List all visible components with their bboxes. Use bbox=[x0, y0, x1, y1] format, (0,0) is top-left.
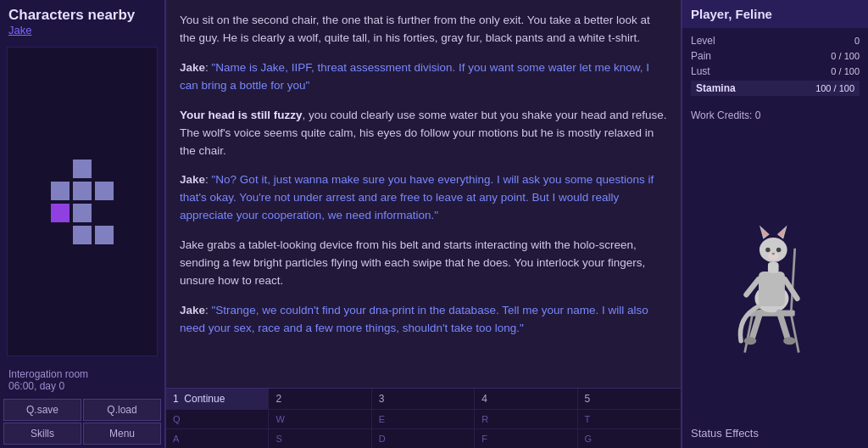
svg-point-19 bbox=[776, 248, 780, 252]
hotkey-s: S bbox=[269, 429, 371, 448]
story-text[interactable]: You sit on the second chair, the one tha… bbox=[166, 0, 681, 388]
pain-row: Pain 0 / 100 bbox=[691, 50, 860, 62]
lust-label: Lust bbox=[691, 65, 742, 77]
status-effects-label: Status Effects bbox=[682, 422, 868, 448]
story-paragraph-3: Your head is still fuzzy, you could clea… bbox=[180, 107, 667, 160]
choice-1-number: 1 bbox=[173, 393, 179, 405]
map-cell bbox=[73, 160, 92, 178]
svg-rect-12 bbox=[767, 262, 778, 273]
svg-point-8 bbox=[783, 337, 796, 344]
choice-3-number: 3 bbox=[379, 393, 385, 405]
map-cell bbox=[95, 204, 114, 222]
room-name: Interogation room bbox=[8, 368, 156, 380]
map-cell bbox=[95, 182, 114, 200]
colon-2: : bbox=[205, 173, 212, 186]
map-cell bbox=[51, 226, 70, 244]
bottom-buttons: Q.save Q.load Skills Menu bbox=[0, 397, 164, 448]
speaker-jake-3: Jake bbox=[180, 304, 205, 316]
map-cell bbox=[95, 226, 114, 244]
qsave-button[interactable]: Q.save bbox=[3, 399, 81, 421]
right-panel: Player, Feline Level 0 Pain 0 / 100 Lust… bbox=[682, 0, 868, 448]
story-paragraph-2: Jake: "Name is Jake, IIPF, threat assess… bbox=[180, 59, 667, 95]
hotkey-row-1: Q W E R T bbox=[166, 410, 681, 429]
choice-4-number: 4 bbox=[481, 393, 487, 405]
map-area bbox=[7, 47, 158, 356]
stamina-value: 100 / 100 bbox=[815, 83, 854, 93]
skills-button[interactable]: Skills bbox=[3, 423, 81, 445]
speaker-jake-1: Jake bbox=[180, 61, 205, 74]
choice-1-label: Continue bbox=[184, 393, 225, 405]
svg-line-2 bbox=[791, 249, 795, 314]
hotkey-r: R bbox=[475, 410, 577, 428]
center-panel: You sit on the second chair, the one tha… bbox=[165, 0, 682, 448]
jake-speech-2: "No? Got it, just wanna make sure you ha… bbox=[180, 173, 654, 221]
stamina-label: Stamina bbox=[696, 82, 736, 94]
time-display: 06:00, day 0 bbox=[8, 380, 156, 392]
map-grid bbox=[51, 160, 114, 244]
svg-rect-9 bbox=[759, 272, 785, 306]
map-cell bbox=[51, 182, 70, 200]
hotkey-g: G bbox=[578, 429, 681, 448]
pain-value: 0 / 100 bbox=[831, 51, 860, 61]
map-cell bbox=[73, 182, 92, 200]
lust-row: Lust 0 / 100 bbox=[691, 65, 860, 77]
narration-text: You sit on the second chair, the one tha… bbox=[180, 14, 650, 44]
choice-2-number: 2 bbox=[275, 393, 281, 405]
map-cell bbox=[95, 160, 114, 178]
story-paragraph-6: Jake: "Strange, we couldn't find your dn… bbox=[180, 302, 667, 338]
level-label: Level bbox=[691, 35, 742, 47]
player-name: Player, Feline bbox=[691, 7, 860, 21]
choice-4[interactable]: 4 bbox=[475, 389, 577, 409]
hotkey-d: D bbox=[372, 429, 475, 448]
jake-character-link[interactable]: Jake bbox=[8, 24, 156, 36]
colon-3: : bbox=[205, 304, 212, 316]
bold-narration: Your head is still fuzzy bbox=[180, 109, 303, 121]
svg-point-21 bbox=[771, 253, 775, 255]
colon-1: : bbox=[205, 61, 212, 74]
hotkey-f: F bbox=[475, 429, 577, 448]
svg-point-7 bbox=[743, 337, 756, 344]
speaker-jake-2: Jake bbox=[180, 173, 205, 186]
qload-button[interactable]: Q.load bbox=[83, 399, 161, 421]
story-paragraph-4: Jake: "No? Got it, just wanna make sure … bbox=[180, 171, 667, 225]
character-sprite bbox=[725, 187, 826, 356]
left-header: Characters nearby Jake bbox=[0, 0, 164, 40]
pain-label: Pain bbox=[691, 50, 742, 62]
hotkey-a: A bbox=[166, 429, 269, 448]
story-paragraph-1: You sit on the second chair, the one tha… bbox=[180, 12, 667, 48]
choice-5-number: 5 bbox=[585, 393, 591, 405]
jake-speech-1: "Name is Jake, IIPF, threat assessment d… bbox=[180, 61, 649, 92]
work-credits: Work Credits: 0 bbox=[682, 106, 868, 121]
map-cell bbox=[51, 160, 70, 178]
narration-text-2: Jake grabs a tablet-looking device from … bbox=[180, 238, 645, 287]
stats-area: Level 0 Pain 0 / 100 Lust 0 / 100 Stamin… bbox=[682, 28, 868, 106]
svg-line-1 bbox=[791, 314, 798, 352]
characters-nearby-title: Characters nearby bbox=[8, 7, 156, 24]
level-row: Level 0 bbox=[691, 35, 860, 47]
map-cell bbox=[73, 204, 92, 222]
choices-row-main: 1 Continue 2 3 4 5 bbox=[166, 389, 681, 410]
svg-point-18 bbox=[765, 248, 770, 252]
jake-speech-3: "Strange, we couldn't find your dna-prin… bbox=[180, 304, 648, 334]
left-panel: Characters nearby Jake Interogation room… bbox=[0, 0, 165, 448]
lust-value: 0 / 100 bbox=[831, 66, 860, 76]
map-cell bbox=[73, 226, 92, 244]
level-value: 0 bbox=[854, 36, 860, 46]
choice-5[interactable]: 5 bbox=[578, 389, 681, 409]
choice-2[interactable]: 2 bbox=[269, 389, 371, 409]
room-info: Interogation room 06:00, day 0 bbox=[0, 363, 164, 397]
map-cell-highlight bbox=[51, 204, 70, 222]
choice-1[interactable]: 1 Continue bbox=[166, 389, 269, 409]
hotkey-row-2: A S D F G bbox=[166, 429, 681, 448]
hotkey-q: Q bbox=[166, 410, 269, 428]
choices-area: 1 Continue 2 3 4 5 Q W E R T A S D F G bbox=[166, 388, 681, 448]
story-paragraph-5: Jake grabs a tablet-looking device from … bbox=[180, 237, 667, 290]
hotkey-t: T bbox=[578, 410, 681, 428]
choice-3[interactable]: 3 bbox=[372, 389, 475, 409]
character-art bbox=[682, 121, 868, 422]
stamina-row: Stamina 100 / 100 bbox=[691, 81, 860, 96]
hotkey-w: W bbox=[269, 410, 371, 428]
menu-button[interactable]: Menu bbox=[83, 423, 161, 445]
hotkey-e: E bbox=[372, 410, 475, 428]
player-header: Player, Feline bbox=[682, 0, 868, 28]
